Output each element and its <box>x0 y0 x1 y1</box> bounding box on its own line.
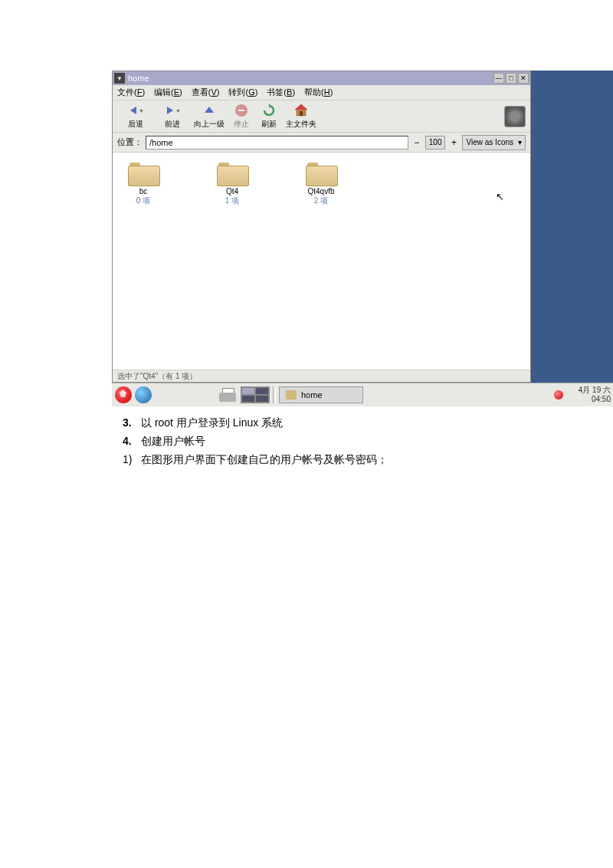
svg-marker-8 <box>295 104 307 110</box>
svg-marker-0 <box>130 107 136 114</box>
zoom-in-button[interactable]: + <box>448 136 459 150</box>
menu-help[interactable]: 帮助(H) <box>304 87 333 98</box>
folder-icon <box>128 160 159 185</box>
stop-icon <box>233 103 250 118</box>
home-button[interactable]: 主文件夹 <box>283 103 320 130</box>
folder-count: 1 项 <box>225 196 239 206</box>
back-icon: ▼ <box>127 103 144 118</box>
folder-name: Qt4 <box>226 187 238 196</box>
reload-label: 刷新 <box>261 119 277 130</box>
reload-button[interactable]: 刷新 <box>255 103 283 130</box>
forward-label: 前进 <box>165 119 180 130</box>
folder-count: 0 项 <box>136 196 150 206</box>
taskbar-separator <box>273 386 276 403</box>
folder-icon <box>217 160 247 185</box>
home-label: 主文件夹 <box>286 119 316 130</box>
view-mode-select[interactable]: View as Icons▾ <box>462 135 526 150</box>
clock[interactable]: 4月 19 六 04:50 <box>571 386 611 404</box>
location-label: 位置： <box>117 136 143 148</box>
zoom-out-button[interactable]: − <box>411 136 422 150</box>
back-label: 后退 <box>128 119 143 130</box>
task-label: home <box>301 390 323 399</box>
folder-count: 2 项 <box>314 196 328 206</box>
window-menu-icon[interactable] <box>114 73 125 84</box>
doc-line-3: 以 root 用户登录到 Linux 系统 <box>141 416 283 429</box>
doc-line-4: 创建用户帐号 <box>141 435 205 447</box>
folder-name: Qt4qvfb <box>307 187 334 196</box>
titlebar[interactable]: home — □ ✕ <box>113 71 530 85</box>
workspace-pager[interactable] <box>241 386 270 403</box>
statusbar: 选中了"Qt4"（有 1 项） <box>113 370 530 382</box>
stop-button: 停止 <box>228 103 255 130</box>
folder-icon <box>286 390 297 399</box>
document-text: 3.以 root 用户登录到 Linux 系统 4.创建用户帐号 1)在图形用户… <box>123 414 388 469</box>
throbber-icon <box>504 106 526 127</box>
clock-time: 04:50 <box>571 395 611 404</box>
folder-icon <box>306 160 336 185</box>
taskbar: home 4月 19 六 04:50 <box>112 383 613 406</box>
folder-qt4qvfb[interactable]: Qt4qvfb 2 项 <box>298 160 344 206</box>
home-icon <box>293 103 310 118</box>
up-label: 向上一级 <box>194 119 225 130</box>
close-button[interactable]: ✕ <box>518 73 529 84</box>
window-controls: — □ ✕ <box>493 73 529 84</box>
svg-marker-1 <box>167 107 173 114</box>
folder-bc[interactable]: bc 0 项 <box>120 160 166 206</box>
reload-icon <box>261 103 277 118</box>
status-indicator-icon[interactable] <box>554 390 563 399</box>
location-bar: 位置： − 100 + View as Icons▾ <box>113 133 530 153</box>
up-icon <box>201 103 218 118</box>
menu-go[interactable]: 转到(G) <box>228 87 257 98</box>
back-button[interactable]: ▼ 后退 <box>117 103 154 130</box>
stop-label: 停止 <box>234 119 249 130</box>
zoom-value: 100 <box>425 136 446 150</box>
forward-button[interactable]: ▼ 前进 <box>154 103 191 130</box>
doc-line-5: 在图形用户界面下创建自己的用户帐号及帐号密码； <box>141 453 388 465</box>
svg-marker-5 <box>269 104 271 108</box>
menubar: 文件(F) 编辑(E) 查看(V) 转到(G) 书签(B) 帮助(H) <box>113 85 530 100</box>
browser-launcher-icon[interactable] <box>135 386 152 403</box>
status-text: 选中了"Qt4"（有 1 项） <box>117 371 197 382</box>
menu-file[interactable]: 文件(F) <box>117 87 145 98</box>
svg-rect-7 <box>300 111 303 116</box>
svg-marker-2 <box>205 107 214 113</box>
menu-edit[interactable]: 编辑(E) <box>154 87 182 98</box>
menu-bookmarks[interactable]: 书签(B) <box>267 87 295 98</box>
toolbar: ▼ 后退 ▼ 前进 向上一级 停止 刷新 主文件夹 <box>113 100 530 133</box>
minimize-button[interactable]: — <box>493 73 504 84</box>
forward-icon: ▼ <box>164 103 181 118</box>
printer-icon[interactable] <box>218 386 238 403</box>
start-menu-button[interactable] <box>115 386 132 403</box>
window-title: home <box>128 74 493 83</box>
folder-name: bc <box>139 187 148 196</box>
menu-view[interactable]: 查看(V) <box>192 87 220 98</box>
file-manager-window: home — □ ✕ 文件(F) 编辑(E) 查看(V) 转到(G) 书签(B)… <box>112 71 531 383</box>
svg-rect-4 <box>238 110 244 111</box>
clock-date: 4月 19 六 <box>571 386 611 395</box>
taskbar-task-home[interactable]: home <box>279 386 363 403</box>
maximize-button[interactable]: □ <box>506 73 516 84</box>
up-button[interactable]: 向上一级 <box>191 103 228 130</box>
content-area[interactable]: bc 0 项 Qt4 1 项 Qt4qvfb 2 项 <box>113 153 530 370</box>
location-input[interactable] <box>146 136 408 150</box>
folder-qt4[interactable]: Qt4 1 项 <box>209 160 255 206</box>
